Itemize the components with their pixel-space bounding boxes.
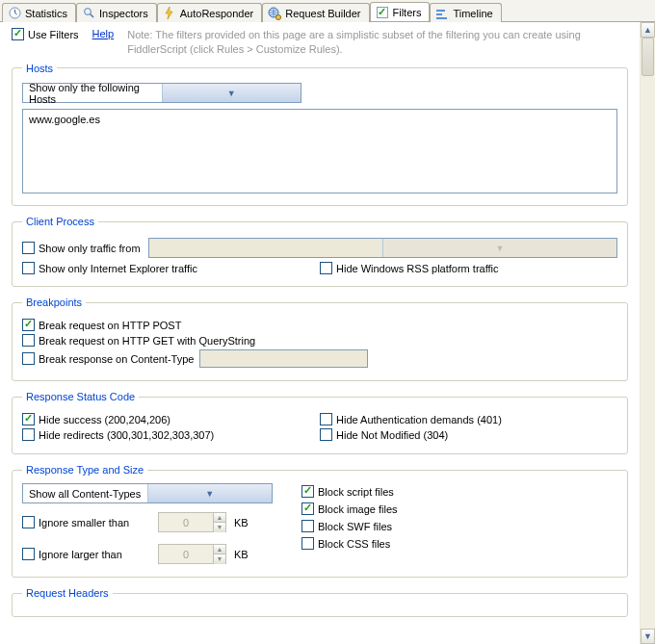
checkbox-icon [22,516,35,528]
break-get-qs-label: Break request on HTTP GET with QueryStri… [39,335,255,347]
checkbox-icon [301,537,314,550]
break-resp-ct-label: Break response on Content-Type [39,353,194,365]
hide-304-checkbox[interactable]: Hide Not Modified (304) [320,428,448,441]
tab-label: Statistics [25,8,67,19]
show-only-ie-checkbox[interactable]: Show only Internet Explorer traffic [22,262,197,274]
client-process-legend: Client Process [22,216,98,227]
block-css-label: Block CSS files [318,538,390,550]
hosts-group: Hosts Show only the following Hosts ▼ [12,63,628,207]
break-post-checkbox[interactable]: Break request on HTTP POST [22,319,181,331]
checkbox-icon [320,262,332,274]
block-swf-label: Block SWF files [318,521,392,532]
status-code-group: Response Status Code Hide success (200,2… [12,391,628,454]
scroll-down-button[interactable]: ▼ [641,629,655,644]
checkbox-icon [320,413,332,425]
tab-label: Inspectors [99,8,148,19]
use-filters-label: Use Filters [28,29,79,40]
timeline-icon [435,7,449,20]
globe-gear-icon [268,7,281,20]
content-type-input[interactable] [199,349,368,368]
ignore-larger-checkbox[interactable]: Ignore larger than [22,548,152,560]
tab-statistics[interactable]: Statistics [2,3,76,22]
check-icon [301,485,314,498]
ignore-larger-spinner[interactable]: ▲▼ [158,544,226,564]
tab-autoresponder[interactable]: AutoResponder [157,3,262,22]
ignore-smaller-value[interactable] [159,516,213,529]
hosts-mode-value: Show only the following Hosts [23,82,162,105]
tab-request-builder[interactable]: Request Builder [262,3,369,22]
ignore-larger-value[interactable] [159,548,213,561]
block-script-checkbox[interactable]: Block script files [301,485,398,498]
hosts-list-input[interactable] [22,109,617,193]
ignore-smaller-checkbox[interactable]: Ignore smaller than [22,516,152,528]
tab-label: Timeline [453,8,492,19]
tab-filters[interactable]: Filters [370,2,431,21]
check-icon [376,6,389,19]
help-link[interactable]: Help [92,28,115,39]
breakpoints-group: Breakpoints Break request on HTTP POST B… [12,296,628,381]
ignore-smaller-label: Ignore smaller than [39,517,129,528]
request-headers-legend: Request Headers [22,587,113,599]
check-icon [22,319,35,331]
content-types-select[interactable]: Show all Content-Types ▼ [22,483,273,503]
hide-304-label: Hide Not Modified (304) [336,429,448,441]
tab-label: Request Builder [285,8,360,19]
svg-rect-7 [436,17,447,19]
ignore-larger-label: Ignore larger than [39,549,122,560]
tab-timeline[interactable]: Timeline [430,3,501,22]
client-process-group: Client Process Show only traffic from ▼ … [12,216,628,287]
svg-line-2 [90,14,92,17]
checkbox-icon [22,334,35,347]
hide-rss-label: Hide Windows RSS platform traffic [336,263,499,274]
chevron-down-icon: ▼ [382,239,616,257]
show-only-ie-label: Show only Internet Explorer traffic [39,263,197,274]
hide-redirects-label: Hide redirects (300,301,302,303,307) [39,429,214,441]
filters-note: Note: The filters provided on this page … [127,28,628,57]
hide-redirects-checkbox[interactable]: Hide redirects (300,301,302,303,307) [22,428,214,441]
hide-auth-checkbox[interactable]: Hide Authentication demands (401) [320,413,502,425]
hosts-legend: Hosts [22,63,57,74]
process-select[interactable]: ▼ [148,238,617,258]
status-code-legend: Response Status Code [22,391,139,402]
svg-point-4 [276,14,281,19]
chevron-down-icon: ▼ [162,84,301,102]
block-swf-checkbox[interactable]: Block SWF files [301,520,398,532]
block-script-label: Block script files [318,486,394,498]
hosts-mode-select[interactable]: Show only the following Hosts ▼ [22,83,301,103]
chevron-up-icon[interactable]: ▲ [213,545,225,554]
checkbox-icon [22,428,35,441]
block-image-checkbox[interactable]: Block image files [301,502,398,515]
breakpoints-legend: Breakpoints [22,296,86,308]
request-headers-group: Request Headers [12,587,628,617]
svg-point-1 [84,9,91,15]
svg-rect-5 [436,10,445,12]
vertical-scrollbar[interactable]: ▲ ▼ [640,22,655,644]
show-only-traffic-from-label: Show only traffic from [39,243,141,254]
chevron-down-icon[interactable]: ▼ [213,554,225,564]
use-filters-checkbox[interactable]: Use Filters [12,28,79,40]
hide-success-checkbox[interactable]: Hide success (200,204,206) [22,413,170,425]
svg-rect-6 [436,13,442,15]
chevron-up-icon[interactable]: ▲ [213,513,225,523]
kb-unit: KB [234,549,249,560]
content-types-value: Show all Content-Types [23,488,147,500]
block-css-checkbox[interactable]: Block CSS files [301,537,398,550]
hide-rss-checkbox[interactable]: Hide Windows RSS platform traffic [320,262,499,274]
scroll-thumb[interactable] [642,38,654,76]
checkbox-icon [22,548,35,560]
chevron-down-icon[interactable]: ▼ [213,523,225,532]
checkbox-icon [320,428,332,441]
break-get-qs-checkbox[interactable]: Break request on HTTP GET with QueryStri… [22,334,255,347]
checkbox-icon [22,262,35,274]
scroll-up-button[interactable]: ▲ [641,22,655,38]
tab-inspectors[interactable]: Inspectors [76,3,157,22]
magnifier-icon [82,7,95,20]
break-resp-ct-checkbox[interactable]: Break response on Content-Type [22,352,194,365]
show-only-traffic-from-checkbox[interactable]: Show only traffic from [22,242,141,254]
ignore-smaller-spinner[interactable]: ▲▼ [158,512,226,532]
hide-success-label: Hide success (200,204,206) [39,414,170,425]
tab-bar: Statistics Inspectors AutoResponder Requ… [0,0,655,22]
type-size-legend: Response Type and Size [22,464,147,476]
checkbox-icon [301,520,314,532]
filters-panel: Use Filters Help Note: The filters provi… [0,22,640,644]
